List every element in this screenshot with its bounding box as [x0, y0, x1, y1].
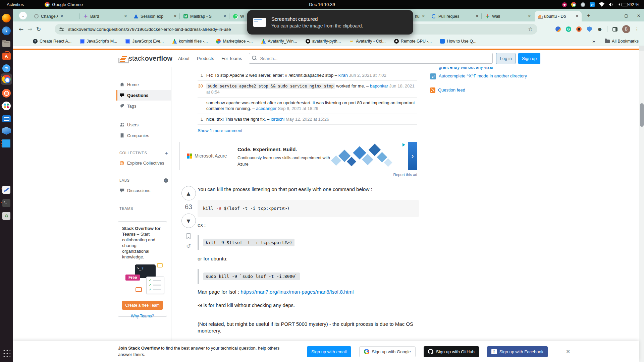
- browser-menu-icon[interactable]: ⋮: [635, 26, 639, 32]
- sidebar-item-tags[interactable]: Tags: [116, 101, 171, 111]
- show-more-comments-link[interactable]: Show 1 more comment: [198, 128, 417, 133]
- dock-chrome-icon[interactable]: [1, 73, 12, 85]
- dock-monitor-app-icon[interactable]: [2, 114, 11, 123]
- info-icon[interactable]: i: [164, 178, 168, 183]
- bookmark-item[interactable]: Avatarify_Win...: [261, 39, 297, 44]
- tab-session[interactable]: Session exp ✕: [131, 11, 180, 21]
- bookmarks-overflow-icon[interactable]: »: [592, 39, 595, 44]
- so-logo[interactable]: stack overflow: [116, 53, 174, 63]
- dock-blue-hex-app-icon[interactable]: [2, 126, 11, 135]
- scrollbar-top[interactable]: [639, 46, 644, 51]
- nav-products[interactable]: Products: [193, 54, 218, 63]
- search-input[interactable]: [249, 53, 493, 64]
- window-maximize-button[interactable]: ▢: [623, 12, 630, 19]
- nav-about[interactable]: About: [174, 54, 193, 63]
- volume-icon[interactable]: [609, 2, 614, 7]
- tab-close-icon[interactable]: ✕: [174, 14, 177, 18]
- scrollbar-thumb[interactable]: [640, 103, 644, 127]
- focused-app-menu[interactable]: Google Chrome: [45, 2, 83, 7]
- bookmark-item[interactable]: SCreate React A...: [33, 39, 71, 44]
- comment-author-link[interactable]: acedanger: [256, 106, 276, 111]
- comment-author-link[interactable]: kiran: [338, 73, 348, 78]
- sidebar-item-users[interactable]: Users: [116, 119, 171, 130]
- all-bookmarks-button[interactable]: All Bookmarks: [605, 39, 639, 44]
- signup-button[interactable]: Sign up: [518, 53, 540, 64]
- sidebar-item-home[interactable]: Home: [116, 79, 171, 90]
- new-tab-button[interactable]: +: [585, 12, 593, 20]
- bookmark-item[interactable]: avatarify-pyth...: [306, 39, 341, 44]
- tray-shutter-icon[interactable]: [581, 2, 585, 7]
- window-close-button[interactable]: ✕: [635, 12, 642, 19]
- dock-slack-icon[interactable]: [2, 101, 11, 111]
- bookmark-item[interactable]: JavaScript's M...: [80, 39, 117, 44]
- extensions-puzzle-icon[interactable]: ⬣: [597, 26, 603, 32]
- tab-close-icon[interactable]: ✕: [60, 14, 63, 18]
- tab-close-icon[interactable]: ✕: [576, 14, 579, 18]
- site-settings-icon[interactable]: [59, 27, 64, 32]
- dock-app-grid-icon[interactable]: [2, 348, 11, 357]
- tab-bard[interactable]: Bard ✕: [80, 11, 130, 21]
- dock-terminal-icon[interactable]: >_: [2, 198, 11, 208]
- tab-mailtrap[interactable]: M Mailtrap - S ✕: [180, 11, 229, 21]
- tab-close-icon[interactable]: ✕: [422, 14, 425, 18]
- clock[interactable]: Dec 16 10:39: [0, 2, 644, 7]
- bookmark-item[interactable]: ∞Avatarify - Col...: [349, 39, 386, 44]
- downvote-button[interactable]: ▼: [181, 214, 196, 228]
- screenshot-notification[interactable]: Screenshot captured You can paste the im…: [247, 10, 413, 35]
- dock-postman-icon[interactable]: [2, 88, 11, 98]
- dock-thunderbird-icon[interactable]: ◗: [2, 26, 11, 36]
- page-scrollbar[interactable]: [639, 46, 644, 362]
- signup-google-button[interactable]: Sign up with Google: [359, 346, 416, 357]
- bookmark-item[interactable]: Remote GPU -...: [394, 39, 432, 44]
- dock-firefox-icon[interactable]: [2, 13, 11, 23]
- window-minimize-button[interactable]: —: [606, 12, 614, 19]
- add-collective-icon[interactable]: +: [165, 150, 168, 156]
- bookmark-item[interactable]: Marketplace –...: [216, 39, 253, 44]
- forward-button[interactable]: →: [25, 25, 34, 34]
- sidebar-item-companies[interactable]: Companies: [116, 130, 171, 141]
- ad-next-arrow[interactable]: ›: [408, 142, 417, 170]
- upvote-button[interactable]: ▲: [181, 186, 196, 200]
- dock-files-icon[interactable]: [2, 39, 11, 48]
- question-feed-item[interactable]: Question feed: [430, 87, 465, 93]
- bookmark-item[interactable]: kominiti files -...: [172, 39, 208, 44]
- signup-github-button[interactable]: Sign up with GitHub: [424, 346, 479, 357]
- tab-ubuntu-active[interactable]: ubuntu - Do ✕: [535, 11, 582, 21]
- login-button[interactable]: Log in: [496, 53, 515, 64]
- tray-teamviewer-icon[interactable]: ⇄: [590, 2, 595, 7]
- comment-author-link[interactable]: baponkar: [370, 83, 388, 88]
- tray-flower-icon[interactable]: [562, 2, 567, 7]
- sidebar-item-explore-collectives[interactable]: Explore Collectives: [116, 158, 171, 168]
- adchoices-icon[interactable]: [402, 143, 407, 146]
- tab-pull-request[interactable]: Pull reques ✕: [429, 11, 482, 21]
- signup-facebook-button[interactable]: f Sign up with Facebook: [487, 346, 548, 357]
- bookmark-item[interactable]: How to Use Q...: [440, 39, 476, 44]
- related-question-item[interactable]: vi Autocomplete ^X^F mode in another dir…: [430, 73, 527, 79]
- banner-close-icon[interactable]: ✕: [566, 349, 570, 355]
- tab-close-icon[interactable]: ✕: [528, 14, 531, 18]
- create-team-button[interactable]: Create a free Team: [122, 301, 163, 310]
- wifi-icon[interactable]: [599, 2, 604, 7]
- ad-banner[interactable]: Microsoft Azure Code. Experiment. Build.…: [179, 142, 417, 170]
- bookmark-item[interactable]: JavaScript Eve...: [125, 39, 164, 44]
- extension-icon[interactable]: [555, 26, 561, 32]
- dock-trash-icon[interactable]: ♻: [2, 211, 11, 221]
- tab-change-ant[interactable]: Change Ant ✕: [31, 11, 66, 21]
- tab-close-icon[interactable]: ✕: [476, 14, 479, 18]
- question-feed-link[interactable]: Question feed: [438, 87, 465, 93]
- reload-button[interactable]: ↻: [34, 25, 43, 34]
- history-icon[interactable]: ↺: [186, 243, 191, 249]
- tab-search-button[interactable]: ⌄: [19, 12, 27, 19]
- report-ad-link[interactable]: Report this ad: [179, 173, 417, 177]
- signup-email-button[interactable]: Sign up with email: [307, 346, 351, 357]
- why-teams-link[interactable]: Why Teams?: [122, 314, 163, 318]
- shield-extension-icon[interactable]: [586, 26, 592, 32]
- tray-chrome-icon[interactable]: [571, 2, 576, 7]
- sidebar-item-questions[interactable]: Questions: [116, 90, 171, 101]
- tab-wall[interactable]: Wall ✕: [482, 11, 534, 21]
- extension-icon[interactable]: [576, 26, 582, 32]
- dock-text-editor-icon[interactable]: [2, 185, 11, 194]
- dock-vscode-icon[interactable]: [2, 139, 11, 148]
- bookmark-star-icon[interactable]: ☆: [528, 26, 533, 32]
- sidebar-item-discussions[interactable]: Discussions: [116, 185, 171, 196]
